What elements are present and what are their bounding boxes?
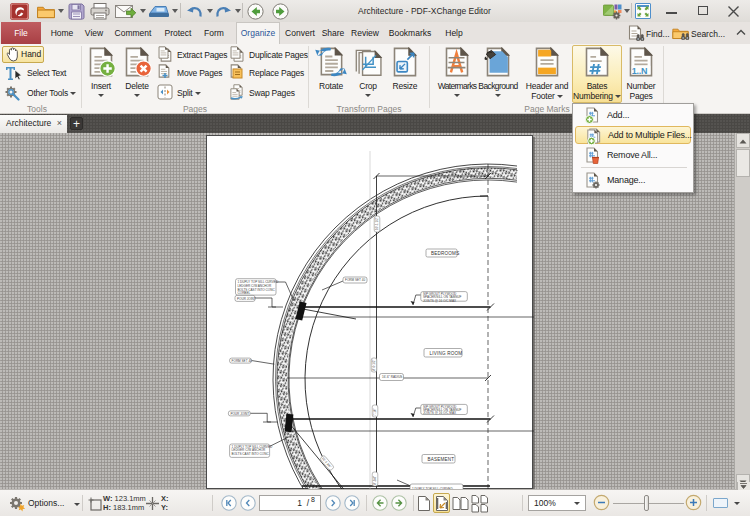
svg-text:POUR JOINT: POUR JOINT: [230, 412, 249, 416]
svg-text:LIVING ROOM: LIVING ROOM: [430, 351, 463, 356]
svg-text:10'-1 1/2": 10'-1 1/2": [375, 217, 379, 230]
svg-text:JOISTS @ 16 O/C MAX: JOISTS @ 16 O/C MAX: [423, 299, 456, 303]
svg-text:BOLTS CAST INTO CONC: BOLTS CAST INTO CONC: [232, 452, 270, 456]
svg-text:FORM SET 40: FORM SET 40: [232, 359, 253, 363]
svg-text:BASEMENT: BASEMENT: [428, 457, 455, 462]
svg-text:16'-6" RADIUS: 16'-6" RADIUS: [382, 375, 402, 379]
svg-text:CORBEL: CORBEL: [238, 291, 251, 295]
svg-text:1..N: 1..N: [632, 66, 648, 76]
svg-text:BEDROOMS: BEDROOMS: [431, 251, 459, 256]
svg-text:JOISTS @ 16 O/C MAX: JOISTS @ 16 O/C MAX: [423, 411, 456, 415]
svg-text:POUR JOINT: POUR JOINT: [237, 297, 256, 301]
svg-text:FORM SET 40: FORM SET 40: [345, 278, 366, 282]
svg-text:8'-3/4": 8'-3/4": [373, 476, 377, 484]
svg-text:7'-10": 7'-10": [373, 408, 377, 416]
svg-text:8'-0 1/2": 8'-0 1/2": [372, 360, 376, 371]
